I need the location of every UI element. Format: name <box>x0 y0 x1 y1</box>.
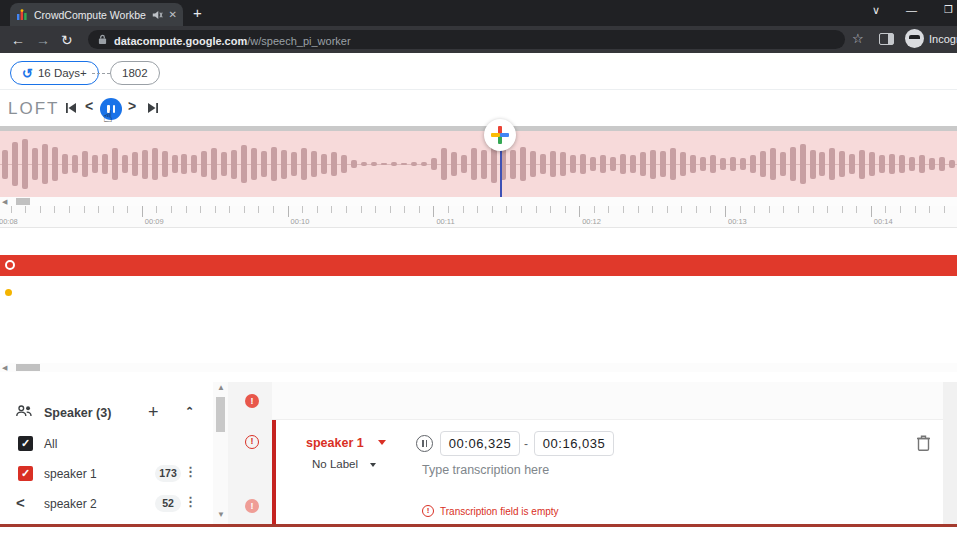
speaker-row-all[interactable]: ✓ All <box>0 430 213 459</box>
side-panel-icon[interactable] <box>879 33 894 45</box>
waveform-bar <box>660 151 666 177</box>
ruler-tick <box>579 206 580 217</box>
collapse-speakers-icon[interactable]: ⌃ <box>185 405 194 418</box>
error-badge-icon: ! <box>245 499 259 513</box>
waveform-bar <box>471 148 477 180</box>
checkbox-speaker-1[interactable]: ✓ <box>18 466 33 481</box>
next-segment-icon[interactable]: > <box>128 98 136 114</box>
previous-segment-icon[interactable]: < <box>85 98 93 114</box>
time-remaining-pill[interactable]: ↺ 16 Days+ <box>10 61 99 85</box>
waveform-bar <box>710 155 716 172</box>
ruler-tick <box>944 206 945 213</box>
waveform-bar <box>510 150 516 179</box>
speaker-menu-icon[interactable]: ⋮ <box>184 494 197 509</box>
waveform-bar <box>939 157 945 172</box>
skip-to-end-icon[interactable] <box>146 101 160 115</box>
waveform-bar <box>690 155 696 172</box>
speaker-panel-title: Speaker (3) <box>44 406 111 420</box>
app-title: LOFT <box>8 99 59 119</box>
waveform-bar <box>889 154 895 174</box>
segment-pause-icon[interactable] <box>416 435 433 452</box>
waveform-bar <box>610 157 616 172</box>
waveform-bar <box>42 144 48 185</box>
waveform-bar <box>790 147 796 182</box>
add-segment-button[interactable] <box>484 119 516 151</box>
back-icon[interactable]: ← <box>11 32 25 48</box>
waveform-bar <box>580 154 586 174</box>
ruler-tick-label: 00:10 <box>291 217 310 226</box>
waveform-bar <box>909 157 915 172</box>
ruler-tick-label: 00:14 <box>874 217 893 226</box>
segment-track-bar[interactable] <box>0 255 957 276</box>
scroll-up-arrow-icon[interactable]: ▲ <box>217 383 225 392</box>
url-bar[interactable]: datacompute.google.com/w/speech_pi_worke… <box>88 30 845 49</box>
scrollbar-thumb[interactable] <box>16 198 30 205</box>
add-speaker-button[interactable]: + <box>148 402 159 423</box>
waveform-bar <box>152 148 158 180</box>
collapse-panel-icon[interactable]: < <box>16 494 25 511</box>
reload-icon[interactable]: ↻ <box>61 32 73 48</box>
waveform-bar <box>281 150 287 179</box>
scroll-down-arrow-icon[interactable]: ▼ <box>217 510 225 519</box>
browser-tab-strip: CrowdCompute Workbench ✕ + ∨ — ❒ <box>0 0 957 26</box>
waveform-bar <box>630 155 636 172</box>
history-clock-icon: ↺ <box>22 66 33 81</box>
ruler-tick <box>769 206 770 213</box>
end-time-input[interactable]: 00:16,035 <box>534 431 614 456</box>
ruler-tick <box>506 206 507 213</box>
waveform-bar <box>411 162 417 167</box>
waveform-bar <box>32 148 38 180</box>
window-restore-icon[interactable]: ❒ <box>944 4 953 15</box>
waveform-display[interactable] <box>0 131 957 197</box>
speaker-row-2[interactable]: < speaker 2 52 ⋮ <box>0 490 213 519</box>
waveform-bar <box>112 148 118 180</box>
delete-segment-icon[interactable] <box>916 434 931 451</box>
scrollbar-thumb[interactable] <box>216 397 225 432</box>
speaker-panel-header: Speaker (3) + ⌃ <box>0 400 213 428</box>
speaker-list-scrollbar[interactable]: ▲ ▼ <box>213 382 228 524</box>
waveform-bar <box>181 154 187 174</box>
waveform-scrollbar[interactable]: ◀ <box>0 197 957 206</box>
browser-tab[interactable]: CrowdCompute Workbench ✕ <box>10 3 183 26</box>
waveform-bar <box>92 155 98 172</box>
start-time-input[interactable]: 00:06,325 <box>440 431 520 456</box>
tab-close-icon[interactable]: ✕ <box>169 9 177 20</box>
transcription-input[interactable]: Type transcription here <box>422 463 549 477</box>
tab-audio-muted-icon[interactable] <box>152 10 163 20</box>
crowdcompute-favicon <box>16 9 28 21</box>
track-scrollbar[interactable]: ◀ <box>0 363 957 372</box>
window-minimize-icon[interactable]: — <box>906 4 917 16</box>
tab-search-chevron-icon[interactable]: ∨ <box>872 4 880 17</box>
speaker-menu-icon[interactable]: ⋮ <box>184 464 197 479</box>
segment-handle-icon[interactable] <box>5 260 15 270</box>
waveform-bar <box>391 162 397 166</box>
new-tab-button[interactable]: + <box>193 4 202 21</box>
waveform-bar <box>481 150 487 179</box>
waveform-bar <box>142 150 148 179</box>
segment-label-select[interactable]: No Label <box>312 458 358 470</box>
waveform-bar <box>491 145 497 183</box>
waveform-bar <box>301 148 307 180</box>
waveform-bar <box>560 152 566 175</box>
time-ruler[interactable]: 00:0800:0900:1000:1100:1200:1300:14 <box>0 206 957 228</box>
panel-resize-divider[interactable]: == <box>0 372 957 382</box>
bookmark-star-icon[interactable]: ☆ <box>852 31 864 46</box>
waveform-bar <box>441 148 447 180</box>
waveform-bar <box>271 147 277 182</box>
ruler-tick <box>798 206 799 213</box>
waveform-bar <box>461 155 467 172</box>
scrollbar-thumb[interactable] <box>16 364 40 371</box>
speaker-row-1[interactable]: ✓ speaker 1 173 ⋮ <box>0 460 213 489</box>
forward-icon[interactable]: → <box>36 32 50 48</box>
segment-speaker-select[interactable]: speaker 1 <box>306 436 364 450</box>
ruler-tick <box>361 206 362 213</box>
scroll-left-arrow-icon[interactable]: ◀ <box>2 363 7 372</box>
lock-icon <box>98 34 107 45</box>
task-count-pill[interactable]: 1802 <box>110 61 160 85</box>
ruler-tick <box>404 206 405 213</box>
checkbox-all[interactable]: ✓ <box>18 436 33 451</box>
waveform-bar <box>849 154 855 174</box>
skip-to-start-icon[interactable] <box>64 101 78 115</box>
scroll-left-arrow-icon[interactable]: ◀ <box>2 197 7 206</box>
panel-scrollbar-track[interactable] <box>943 382 957 524</box>
